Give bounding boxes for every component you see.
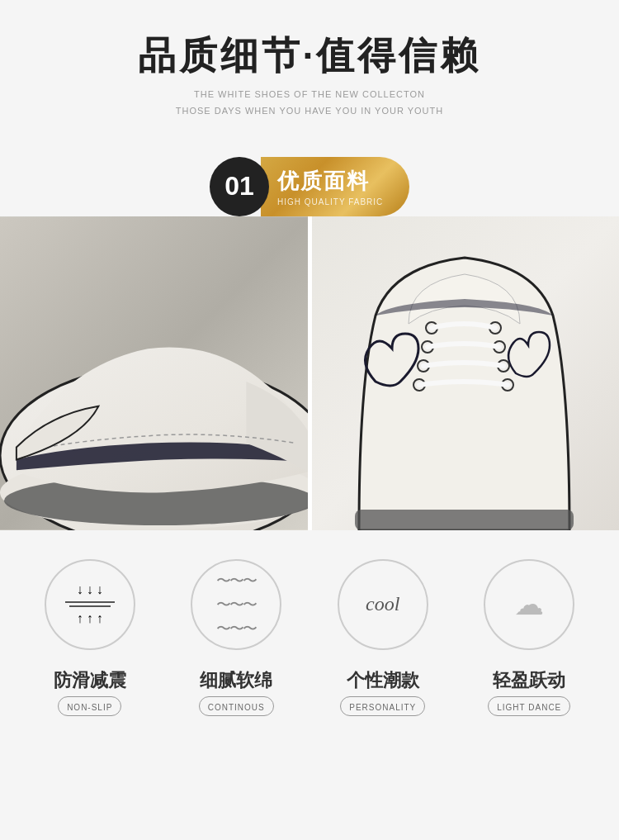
shoe-left-image bbox=[0, 216, 310, 530]
feature-cool: cool 个性潮款 PERSONALITY bbox=[317, 559, 449, 716]
features-section: ↓ ↓ ↓ ↑ ↑ ↑ 防滑减震 bbox=[0, 530, 619, 741]
title-part2: 值得信赖 bbox=[316, 34, 481, 77]
badge-label-en: HIGH QUALITY FABRIC bbox=[277, 197, 383, 206]
soft-icon-wrapper: 〜〜〜 〜〜〜 〜〜〜 bbox=[191, 559, 281, 650]
cloud-icon: ☁ bbox=[514, 587, 544, 622]
badge-number: 01 bbox=[210, 157, 269, 216]
soft-cn: 细腻软绵 bbox=[200, 668, 272, 693]
title-part1: 品质细节 bbox=[138, 34, 303, 77]
badge-section: 01 优质面料 HIGH QUALITY FABRIC bbox=[0, 157, 619, 216]
light-cn: 轻盈跃动 bbox=[493, 668, 565, 693]
subtitle-line1: THE WHITE SHOES OF THE NEW COLLECTON bbox=[194, 89, 425, 99]
feature-anti-slip: ↓ ↓ ↓ ↑ ↑ ↑ 防滑减震 bbox=[24, 559, 156, 716]
cool-en-wrapper: PERSONALITY bbox=[340, 696, 425, 716]
subtitle-line2: THOSE DAYS WHEN YOU HAVE YOU IN YOUR YOU… bbox=[176, 106, 443, 116]
cool-icon: cool bbox=[366, 593, 399, 615]
cool-en: PERSONALITY bbox=[349, 703, 416, 712]
header-section: 品质细节·值得信赖 THE WHITE SHOES OF THE NEW COL… bbox=[0, 0, 619, 136]
feature-light: ☁ 轻盈跃动 LIGHT DANCE bbox=[463, 559, 595, 716]
page-wrapper: 品质细节·值得信赖 THE WHITE SHOES OF THE NEW COL… bbox=[0, 0, 619, 741]
soft-en-wrapper: CONTINOUS bbox=[199, 696, 274, 716]
shoe-images bbox=[0, 216, 619, 530]
anti-slip-icon: ↓ ↓ ↓ ↑ ↑ ↑ bbox=[65, 582, 115, 626]
image-divider bbox=[310, 216, 312, 530]
light-icon-wrapper: ☁ bbox=[484, 559, 574, 650]
svg-rect-13 bbox=[355, 510, 574, 530]
badge-label: 优质面料 HIGH QUALITY FABRIC bbox=[261, 157, 409, 216]
title-dot: · bbox=[303, 34, 317, 77]
anti-slip-en: NON-SLIP bbox=[67, 703, 112, 712]
cool-text: cool bbox=[366, 593, 399, 615]
shoe-right-image bbox=[310, 216, 619, 530]
main-title: 品质细节·值得信赖 bbox=[17, 33, 602, 78]
anti-slip-en-wrapper: NON-SLIP bbox=[58, 696, 121, 716]
cool-cn: 个性潮款 bbox=[347, 668, 419, 693]
anti-slip-icon-wrapper: ↓ ↓ ↓ ↑ ↑ ↑ bbox=[45, 559, 135, 650]
feature-soft: 〜〜〜 〜〜〜 〜〜〜 细腻软绵 CONTINOUS bbox=[170, 559, 302, 716]
cool-icon-wrapper: cool bbox=[338, 559, 428, 650]
light-en-wrapper: LIGHT DANCE bbox=[488, 696, 570, 716]
anti-slip-cn: 防滑减震 bbox=[54, 668, 126, 693]
badge-label-cn: 优质面料 bbox=[277, 167, 370, 196]
soft-icon: 〜〜〜 〜〜〜 〜〜〜 bbox=[216, 571, 256, 638]
light-icon: ☁ bbox=[514, 587, 544, 622]
subtitle: THE WHITE SHOES OF THE NEW COLLECTON THO… bbox=[17, 87, 602, 120]
light-en: LIGHT DANCE bbox=[497, 703, 561, 712]
soft-en: CONTINOUS bbox=[208, 703, 265, 712]
